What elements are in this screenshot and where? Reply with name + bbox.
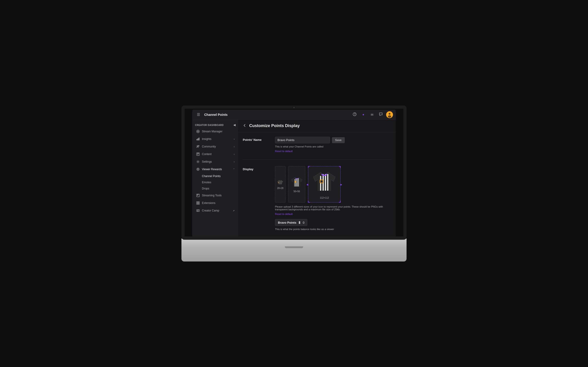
sidebar-collapse-button[interactable]: ◀ [233,123,236,127]
hamburger-icon: ☰ [197,112,200,117]
svg-rect-22 [198,202,199,203]
display-content: 28×28 [275,166,391,232]
stream-manager-icon [196,129,200,133]
size-label-28: 28×28 [277,187,284,190]
svg-rect-19 [197,194,198,195]
sidebar-item-stream-manager[interactable]: Stream Manager [193,128,237,135]
points-name-input-row: Save [275,137,391,143]
preview-points-icon [298,221,301,224]
content-body: Points' Name Save This is what your Chan… [238,132,396,240]
svg-point-16 [197,168,199,171]
community-icon [196,144,200,149]
display-helper-text: Please upload 3 different sizes of your … [275,205,391,211]
sidebar-item-label: Creator Camp [202,209,232,212]
size-label-56: 56×56 [294,190,300,193]
sidebar-item-label: Stream Manager [202,130,234,133]
chat-button[interactable] [377,111,384,118]
svg-point-6 [198,131,199,132]
extensions-icon [196,201,200,205]
sidebar-item-label: Content [202,152,234,156]
sidebar-sub-item-drops[interactable]: Drops [193,186,237,192]
external-link-icon: ↗ [233,209,234,212]
sidebar-item-label: Streaming Tools [202,194,234,197]
insights-icon [196,137,200,141]
sidebar-item-community[interactable]: Community › [193,143,237,150]
user-avatar[interactable] [386,111,393,118]
preview-points-name: Bravo Points [278,221,296,224]
sidebar-item-label: Insights [202,137,234,141]
icon-img-112 [311,169,337,195]
prime-button[interactable]: ✦ [360,111,367,118]
points-name-label: Points' Name [243,137,270,153]
mail-button[interactable]: ✉ [369,111,376,118]
points-name-reset-link[interactable]: Reset to default [275,150,293,152]
sidebar-item-label: Extensions [202,201,234,205]
help-button[interactable]: ? [351,111,358,118]
drops-sub-label: Drops [202,187,209,190]
display-reset-link[interactable]: Reset to default [275,213,391,215]
topbar-left: ☰ Channel Points [195,111,228,118]
back-button[interactable] [243,124,246,128]
svg-point-17 [198,169,199,170]
channel-points-sub-label: Channel Points [202,175,221,178]
community-chevron-icon: › [234,145,234,148]
chat-icon [379,112,383,117]
svg-text:?: ? [354,113,355,116]
settings-chevron-icon: › [234,161,234,163]
display-section: Display [243,166,391,238]
save-button[interactable]: Save [332,137,345,143]
svg-point-4 [388,115,391,118]
sidebar-item-label: Settings [202,160,234,163]
page-title: Customize Points Display [249,123,300,128]
sidebar-item-creator-camp[interactable]: Creator Camp ↗ [193,207,237,214]
sidebar-item-extensions[interactable]: Extensions [193,199,237,207]
icon-img-56 [290,176,303,189]
points-name-section: Points' Name Save This is what your Chan… [243,137,391,160]
svg-rect-23 [197,203,198,204]
svg-rect-20 [199,194,199,195]
main-layout: CREATOR DASHBOARD ◀ Stream Manager [192,120,396,240]
sidebar-sub-item-channel-points[interactable]: Channel Points [193,173,237,179]
sidebar-item-insights[interactable]: Insights › [193,135,237,143]
svg-point-11 [198,145,199,146]
points-name-helper: This is what your Channel Points are cal… [275,145,391,148]
icon-img-28 [277,179,284,186]
svg-rect-7 [197,139,197,140]
size-label-112: 112×112 [320,197,329,199]
sidebar-item-label: Community [202,145,234,148]
mail-icon: ✉ [371,113,373,117]
display-label: Display [243,166,270,232]
points-balance-preview: Bravo Points [275,219,307,226]
hamburger-menu-button[interactable]: ☰ [195,111,202,118]
sidebar-section-label: CREATOR DASHBOARD ◀ [192,122,238,127]
svg-rect-14 [197,154,199,155]
content-chevron-icon: › [234,153,234,156]
sidebar-item-content[interactable]: Content › [193,150,237,158]
icon-preview-28[interactable]: 28×28 [275,166,285,202]
sidebar-sub-item-emotes[interactable]: Emotes [193,179,237,185]
svg-rect-32 [294,181,296,183]
svg-rect-13 [197,153,199,154]
points-name-input[interactable] [275,137,330,143]
svg-point-15 [198,161,199,162]
prime-icon: ✦ [362,113,365,117]
sidebar-item-settings[interactable]: Settings › [193,158,237,165]
topbar-title: Channel Points [204,113,228,117]
help-icon: ? [353,112,356,117]
sidebar-item-streaming-tools[interactable]: Streaming Tools [193,192,237,199]
topbar-right: ? ✦ ✉ [351,111,393,118]
viewer-rewards-chevron-icon: ˄ [233,168,234,171]
preview-points-count: 0 [303,221,304,224]
content-icon [196,152,200,156]
icon-preview-row: 28×28 [275,166,391,202]
viewer-rewards-icon [196,167,200,171]
svg-rect-38 [320,180,323,183]
icon-preview-56[interactable]: 56×56 [288,166,305,202]
points-name-content: Save This is what your Channel Points ar… [275,137,391,153]
streaming-tools-icon [196,193,200,198]
content-header: Customize Points Display [238,120,396,132]
main-content: Customize Points Display Points' Name Sa… [238,120,396,240]
settings-icon [196,160,200,164]
icon-preview-112[interactable]: ◀ ▶ [308,166,341,202]
sidebar-item-viewer-rewards[interactable]: Viewer Rewards ˄ [193,166,237,173]
